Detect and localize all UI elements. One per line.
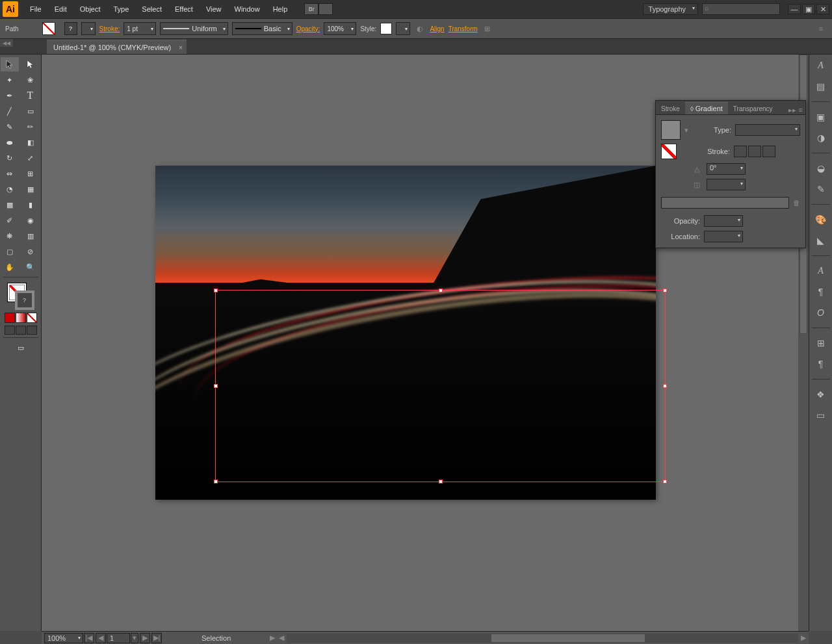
artboard-number-input[interactable]: 1 [107, 633, 130, 643]
gradient-type-dropdown[interactable] [735, 124, 800, 136]
menu-type[interactable]: Type [107, 0, 136, 18]
stroke-swatch[interactable]: ? [64, 22, 77, 35]
scale-tool[interactable]: ⤢ [21, 151, 40, 165]
artboards-panel-icon[interactable]: ▭ [812, 407, 829, 424]
stroke-apply-within[interactable] [734, 146, 747, 157]
search-input[interactable] [702, 3, 780, 15]
selection-handle[interactable] [439, 289, 443, 292]
shape-builder-tool[interactable]: ◔ [1, 182, 19, 196]
document-tab[interactable]: Untitled-1* @ 100% (CMYK/Preview) × [47, 40, 187, 54]
lasso-tool[interactable]: ❀ [21, 73, 40, 87]
horizontal-scrollbar[interactable] [287, 634, 798, 643]
workspace-switcher[interactable]: Typography [643, 3, 698, 15]
zoom-tool[interactable]: 🔍 [21, 260, 40, 274]
swatches-panel-icon[interactable]: ◒ [812, 160, 829, 177]
artboard-dropdown[interactable]: ▾ [131, 633, 138, 643]
draw-inside-mode[interactable] [27, 326, 37, 335]
free-transform-tool[interactable]: ⊞ [21, 166, 40, 181]
gradient-fill-swatch[interactable] [661, 144, 677, 159]
first-artboard-button[interactable]: |◀ [84, 633, 94, 643]
selection-handle[interactable] [214, 289, 218, 292]
maximize-button[interactable]: ▣ [802, 4, 815, 14]
char-styles-icon[interactable]: ¶ [812, 355, 829, 372]
control-bar-menu-icon[interactable]: ≡ [815, 23, 827, 34]
opacity-input[interactable]: 100% [324, 22, 356, 35]
last-artboard-button[interactable]: ▶| [151, 633, 162, 643]
column-graph-tool[interactable]: ▥ [21, 229, 40, 243]
stroke-swatch-large[interactable] [15, 290, 34, 310]
gradient-panel-icon[interactable]: ◣ [812, 232, 829, 249]
line-tool[interactable]: ╱ [1, 104, 19, 118]
align-panel-link[interactable]: Align [430, 25, 444, 32]
close-tab-icon[interactable]: × [179, 44, 183, 51]
gradient-aspect-input[interactable] [707, 179, 746, 190]
draw-normal-mode[interactable] [5, 326, 15, 335]
draw-behind-mode[interactable] [16, 326, 26, 335]
graphic-styles-icon[interactable]: ¶ [812, 283, 829, 300]
screen-mode-button[interactable]: ▭ [12, 341, 30, 355]
panel-tab-gradient[interactable]: ◊ Gradient [685, 102, 728, 114]
panel-tab-stroke[interactable]: Stroke [656, 103, 685, 114]
status-menu-icon[interactable]: ▶ [270, 634, 275, 642]
eyedropper-tool[interactable]: ✐ [1, 213, 19, 227]
gradient-stop-opacity-input[interactable] [704, 215, 743, 227]
stroke-weight-input[interactable]: 1 pt [124, 22, 156, 35]
width-tool[interactable]: ⇔ [1, 166, 19, 181]
artboard-tool[interactable]: ▢ [1, 244, 19, 259]
color-mode-none[interactable] [27, 313, 37, 323]
gradient-stop-location-input[interactable] [704, 231, 743, 242]
prev-artboard-button[interactable]: ◀ [96, 633, 106, 643]
graphic-style-swatch[interactable] [380, 23, 392, 34]
gradient-preview[interactable] [661, 120, 681, 140]
close-button[interactable]: ✕ [816, 4, 829, 14]
recolor-artwork-icon[interactable]: ◐ [414, 23, 426, 34]
blob-brush-tool[interactable]: ⬬ [1, 135, 19, 149]
color-panel-icon[interactable]: ▣ [812, 109, 829, 125]
color-mode-solid[interactable] [5, 313, 15, 323]
opentype-panel-icon[interactable]: O [812, 304, 829, 321]
stroke-apply-along[interactable] [748, 146, 761, 157]
hscroll-right-icon[interactable]: ▶ [801, 634, 806, 642]
gradient-tool[interactable]: ▮ [21, 198, 40, 212]
isolate-object-icon[interactable]: ⊞ [482, 23, 493, 34]
character-panel-icon[interactable]: A [812, 57, 829, 74]
blend-tool[interactable]: ◉ [21, 213, 40, 227]
menu-file[interactable]: File [23, 0, 48, 18]
color-guide-panel-icon[interactable]: ◑ [812, 129, 829, 146]
selection-bounding-box[interactable] [215, 290, 666, 482]
brushes-panel-icon[interactable]: ✎ [812, 181, 829, 198]
stroke-panel-icon[interactable]: 🎨 [812, 211, 829, 228]
appearance-panel-icon[interactable]: A [812, 263, 829, 279]
collapse-toolbox-icon[interactable]: ◀◀ [0, 39, 13, 47]
gradient-ramp[interactable] [661, 197, 789, 209]
panel-tab-transparency[interactable]: Transparency [728, 103, 778, 114]
delete-stop-icon[interactable]: 🗑 [793, 199, 800, 207]
stroke-apply-across[interactable] [762, 146, 775, 157]
menu-object[interactable]: Object [73, 0, 107, 18]
type-tool[interactable]: T [21, 88, 40, 103]
menu-effect[interactable]: Effect [168, 0, 200, 18]
opacity-panel-link[interactable]: Opacity: [296, 25, 320, 32]
stroke-color-dropdown[interactable] [81, 22, 96, 35]
menu-help[interactable]: Help [266, 0, 294, 18]
selection-tool[interactable] [1, 57, 19, 71]
glyphs-panel-icon[interactable]: ⊞ [812, 335, 829, 352]
panel-menu-icon[interactable]: ≡ [799, 106, 803, 114]
color-mode-gradient[interactable] [16, 313, 26, 323]
perspective-grid-tool[interactable]: ▦ [21, 182, 40, 196]
direct-selection-tool[interactable] [21, 57, 40, 71]
gradient-angle-input[interactable]: 0° [707, 163, 746, 175]
menu-view[interactable]: View [200, 0, 228, 18]
graphic-style-dropdown[interactable] [396, 22, 410, 35]
zoom-level-input[interactable]: 100% [44, 633, 83, 643]
selection-handle[interactable] [214, 480, 218, 483]
eraser-tool[interactable]: ◧ [21, 135, 40, 149]
selection-handle[interactable] [214, 384, 218, 388]
hscroll-left-icon[interactable]: ◀ [279, 634, 284, 642]
panel-collapse-icon[interactable]: ▸▸ [788, 106, 796, 114]
transform-panel-link[interactable]: Transform [448, 25, 478, 32]
slice-tool[interactable]: ⊘ [21, 244, 40, 259]
fill-swatch[interactable] [42, 22, 55, 35]
symbol-sprayer-tool[interactable]: ❋ [1, 229, 19, 243]
mesh-tool[interactable]: ▩ [1, 198, 19, 212]
